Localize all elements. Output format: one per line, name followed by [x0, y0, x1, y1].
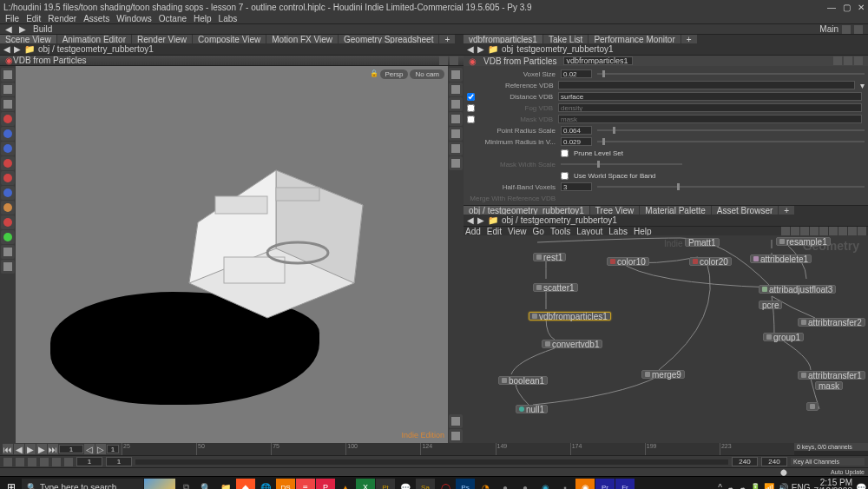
node-attribtransfer2[interactable]: attribtransfer2 [798, 318, 865, 327]
tab-tree-view[interactable]: Tree View [590, 206, 639, 215]
battery-icon[interactable]: 🔋 [750, 483, 760, 490]
language-indicator[interactable]: ENG [792, 483, 811, 490]
auto-update-button[interactable]: Auto Update [791, 469, 865, 475]
menu-help[interactable]: Help [194, 14, 212, 23]
tab-animation-editor[interactable]: Animation Editor [57, 35, 131, 43]
last-frame-button[interactable]: ⏭ [48, 444, 58, 454]
tool-5[interactable] [1, 171, 15, 185]
scene-path[interactable]: obj / testgeometry_rubbertoy1 [38, 44, 154, 54]
tab-asset-browser[interactable]: Asset Browser [712, 206, 778, 215]
display-opt-4[interactable] [449, 112, 463, 126]
assembly-label[interactable]: Main [819, 24, 838, 34]
tab-network[interactable]: obj / testgeometry_rubbertoy1 [464, 206, 589, 215]
display-opt-7[interactable] [449, 156, 463, 170]
tab-perfmon[interactable]: Performance Monitor [589, 35, 680, 43]
path-forward[interactable]: ▶ [477, 215, 484, 225]
net-display-opt[interactable] [819, 227, 828, 235]
node-attribtransfer1[interactable]: attribtransfer1 [798, 371, 865, 380]
terminal-icon[interactable]: ▪ [556, 479, 575, 489]
range-end-input[interactable] [732, 457, 758, 466]
daz-icon[interactable]: DS [276, 479, 295, 489]
tab-geometry-spreadsheet[interactable]: Geometry Spreadsheet [339, 35, 438, 43]
notification-icon[interactable]: 💬 [856, 483, 866, 490]
pin-icon[interactable] [450, 56, 458, 65]
vlc-icon[interactable]: ▲ [336, 479, 355, 489]
notification-icon[interactable]: ⬤ [780, 469, 787, 476]
gear-icon[interactable] [833, 56, 842, 65]
pin-icon[interactable] [439, 56, 448, 65]
net-menu-help[interactable]: Help [634, 227, 652, 236]
start-button[interactable]: ⊞ [2, 479, 21, 489]
net-display-opt[interactable] [829, 227, 838, 235]
tab-add[interactable]: + [779, 206, 794, 215]
tab-add[interactable]: + [681, 35, 697, 43]
node-convertvdb[interactable]: convertvdb1 [542, 340, 602, 348]
tab-params[interactable]: vdbfromparticles1 [464, 35, 542, 43]
bottom-opt-2[interactable] [16, 458, 24, 466]
net-display-opt[interactable] [781, 227, 790, 235]
network-path[interactable]: obj / testgeometry_rubbertoy1 [502, 215, 617, 225]
tab-material-palette[interactable]: Material Palette [640, 206, 710, 215]
net-display-opt[interactable] [848, 227, 857, 235]
node-color10[interactable]: color10 [607, 257, 649, 266]
net-menu-edit[interactable]: Edit [487, 227, 502, 236]
brave-icon[interactable]: ◆ [236, 479, 255, 489]
node-output[interactable] [806, 402, 819, 411]
sampler-icon[interactable]: Sa [416, 479, 435, 489]
net-display-opt[interactable] [858, 227, 866, 235]
search-icon[interactable]: 🔍 [196, 479, 215, 489]
node-rest[interactable]: rest1 [533, 253, 566, 261]
param-path[interactable]: testgeometry_rubbertoy1 [516, 44, 613, 54]
viewport-camera[interactable]: No cam [410, 69, 444, 79]
prune-level-check[interactable] [561, 149, 569, 157]
node-pcre[interactable]: pcre [759, 301, 782, 309]
path-forward[interactable]: ▶ [14, 44, 21, 54]
net-display-opt[interactable] [838, 227, 847, 235]
next-frame-button[interactable]: ▶ [36, 444, 47, 454]
menu-file[interactable]: File [5, 14, 19, 23]
min-radius-input[interactable] [561, 137, 592, 146]
node-attribdelete[interactable]: attribdelete1 [750, 254, 812, 263]
edge-icon[interactable]: ◉ [536, 479, 555, 489]
dropdown-icon[interactable]: ▾ [860, 81, 865, 90]
frame-step[interactable] [107, 445, 119, 453]
net-menu-layout[interactable]: Layout [576, 227, 602, 236]
tab-scene-view[interactable]: Scene View [0, 35, 56, 43]
net-menu-tools[interactable]: Tools [550, 227, 570, 236]
param-path-prefix[interactable]: obj [502, 44, 513, 54]
node-merge9[interactable]: merge9 [641, 370, 685, 379]
node-name-input[interactable] [563, 56, 633, 65]
cloud-icon[interactable]: ☁ [726, 483, 734, 490]
display-opt-2[interactable] [449, 83, 463, 96]
node-scatter[interactable]: scatter1 [533, 283, 578, 292]
menu-windows[interactable]: Windows [116, 14, 152, 23]
bottom-opt-3[interactable] [28, 458, 36, 466]
next-key-button[interactable]: ▷ [95, 444, 106, 454]
toolbar-icon[interactable] [854, 25, 863, 34]
tool-1[interactable] [1, 112, 15, 126]
tool-3[interactable] [1, 142, 15, 155]
menu-render[interactable]: Render [48, 14, 76, 23]
path-back[interactable]: ◀ [467, 44, 474, 54]
pp-icon[interactable]: P [316, 479, 335, 489]
net-display-opt[interactable] [800, 227, 809, 235]
wifi-icon[interactable]: 📶 [764, 483, 774, 490]
whatsapp-icon[interactable]: 💬 [396, 479, 415, 489]
node-group1[interactable]: group1 [763, 333, 804, 341]
tool-10[interactable] [1, 245, 15, 259]
bottom-opt-4[interactable] [40, 458, 49, 466]
houdini-icon[interactable]: ◉ [575, 479, 595, 489]
path-forward[interactable]: ▶ [477, 44, 484, 54]
min-radius-slider[interactable] [597, 141, 865, 142]
reference-vdb-input[interactable] [558, 81, 855, 89]
node-resample[interactable]: resample1 [776, 237, 831, 246]
world-space-check[interactable] [561, 172, 569, 180]
node-adjfloat3[interactable]: attribadjustfloat3 [759, 285, 836, 294]
tab-composite-view[interactable]: Composite View [193, 35, 266, 43]
viewport[interactable]: 🔒 Persp No cam Indie Edition [16, 66, 448, 443]
node-pmatt[interactable]: Pmatt1 [685, 238, 720, 247]
net-menu-labs[interactable]: Labs [608, 227, 628, 236]
bottom-opt-6[interactable] [64, 458, 73, 466]
tool-7[interactable] [1, 201, 15, 215]
view-tool[interactable] [1, 97, 15, 111]
